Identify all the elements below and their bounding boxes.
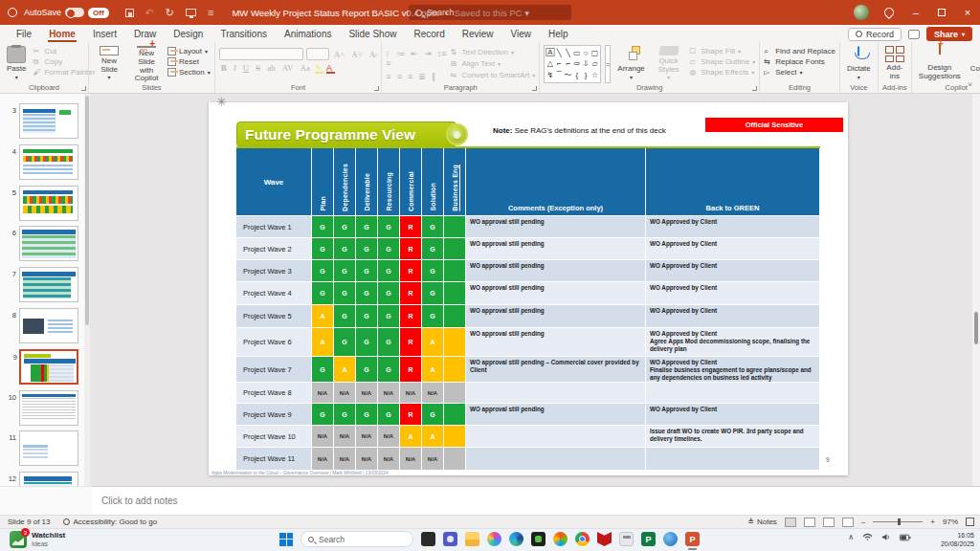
change-case-button[interactable]: Aa [299, 63, 313, 73]
status-cell-solution[interactable]: G [422, 282, 443, 304]
minimize-button[interactable]: – [909, 7, 923, 18]
quick-styles-button[interactable]: Quick Styles▾ [652, 45, 686, 82]
status-cell-deliverable[interactable]: G [356, 305, 377, 327]
status-cell-commercial[interactable]: A [400, 426, 421, 447]
status-cell-plan[interactable]: G [312, 216, 333, 237]
font-color-icon[interactable]: A [326, 63, 335, 73]
status-cell-commercial[interactable]: R [400, 328, 421, 356]
status-cell-plan[interactable]: A [312, 328, 333, 356]
slide-thumbnail-4[interactable]: 4 [19, 144, 78, 180]
status-cell-resourcing[interactable]: N/A [378, 448, 399, 470]
battery-icon[interactable] [900, 534, 911, 541]
shapes-gallery[interactable]: 🄰╲╲▭○▢ △⌐⌐⇨⇩▱ ↯⌒〜{}☆ [544, 45, 601, 83]
comments-cell[interactable]: WO approval still pending [466, 260, 645, 281]
calculator-icon[interactable] [619, 532, 634, 546]
taskview-icon[interactable] [421, 532, 435, 546]
copy-button[interactable]: ⧉Copy [33, 57, 95, 66]
notes-placeholder[interactable]: Click to add notes [101, 496, 178, 506]
status-cell-commercial[interactable]: R [400, 404, 421, 425]
smartart-button[interactable]: ⇋Convert to SmartArt▾ [450, 71, 535, 79]
redo-icon[interactable]: ↻ [166, 7, 174, 19]
qat-customize-icon[interactable]: ≡ [208, 7, 213, 18]
status-cell-dependencies[interactable]: N/A [334, 426, 355, 447]
status-cell-dependencies[interactable]: G [334, 216, 355, 237]
status-cell-plan[interactable]: G [312, 357, 333, 382]
slide-thumbnail-6[interactable]: 6 [19, 226, 78, 261]
status-cell-commercial[interactable]: N/A [400, 383, 421, 403]
status-cell-dependencies[interactable]: G [334, 404, 355, 425]
tab-home[interactable]: Home [40, 27, 84, 41]
wave-name-cell[interactable]: Project Wave 11 [236, 448, 311, 470]
status-cell-deliverable[interactable]: N/A [356, 448, 377, 470]
slide-canvas[interactable]: ✳ Future Programme View ◉ Note: See RAG'… [209, 102, 848, 475]
tab-animations[interactable]: Animations [276, 27, 340, 41]
status-cell-resourcing[interactable]: G [378, 238, 399, 259]
shape-star-icon[interactable]: ☆ [591, 71, 598, 79]
col-header-resourcing[interactable]: Resourcing [378, 148, 399, 215]
status-cell-business-eng[interactable] [444, 448, 465, 470]
rag-status-table[interactable]: WavePlanDependenciesDeliverableResourcin… [236, 146, 820, 470]
status-cell-business-eng[interactable] [444, 383, 465, 403]
status-cell-resourcing[interactable]: G [378, 357, 399, 382]
back-to-green-cell[interactable]: WO Approved by Client [646, 305, 819, 327]
section-button[interactable]: Section▾ [167, 68, 211, 77]
numbering-icon[interactable]: ≔ [397, 49, 406, 68]
back-to-green-cell[interactable]: WO Approved by Client Finalise business … [646, 357, 819, 382]
layout-button[interactable]: Layout▾ [167, 47, 211, 55]
status-cell-commercial[interactable]: R [400, 238, 421, 259]
col-header-commercial[interactable]: Commercial [400, 148, 421, 215]
autosave-toggle[interactable]: AutoSave Off [24, 8, 109, 18]
save-icon[interactable] [125, 9, 134, 17]
status-cell-business-eng[interactable] [444, 328, 465, 356]
taskbar-clock[interactable]: 16:05 20/08/2025 [941, 531, 974, 548]
slide-number-indicator[interactable]: Slide 9 of 13 [8, 518, 50, 526]
status-cell-solution[interactable]: A [422, 426, 443, 447]
increase-font-icon[interactable]: A˄ [332, 50, 347, 59]
comments-cell[interactable]: WO approval still pending [466, 404, 645, 425]
search-box[interactable]: Search [409, 5, 571, 20]
status-cell-solution[interactable]: G [422, 238, 443, 259]
status-cell-dependencies[interactable]: N/A [334, 383, 355, 403]
status-cell-dependencies[interactable]: N/A [334, 448, 355, 470]
back-to-green-cell[interactable] [646, 448, 819, 470]
shape-down-arrow-icon[interactable]: ⇩ [583, 59, 590, 68]
align-right-icon[interactable]: ≡ [408, 72, 412, 81]
status-cell-deliverable[interactable]: G [356, 404, 377, 425]
back-to-green-cell[interactable]: Issue draft WO to create WO PIR. 3rd par… [646, 426, 819, 447]
status-cell-plan[interactable]: G [312, 238, 333, 259]
status-cell-plan[interactable]: G [312, 404, 333, 425]
highlight-color-icon[interactable]: ✎ [315, 63, 323, 73]
arrange-button[interactable]: Arrange▾ [614, 45, 647, 82]
addins-button[interactable]: Add-ins [882, 45, 907, 82]
format-painter-button[interactable]: 🖌Format Painter [33, 68, 95, 77]
status-cell-resourcing[interactable]: G [378, 282, 399, 304]
copilot-button[interactable]: Copilot [968, 45, 980, 82]
back-to-green-cell[interactable]: WO Approved by Client [646, 216, 819, 237]
text-direction-button[interactable]: ⇅Text Direction▾ [450, 48, 535, 56]
status-cell-deliverable[interactable]: G [356, 357, 377, 382]
status-cell-business-eng[interactable] [444, 305, 465, 327]
shape-oval-icon[interactable]: ○ [584, 49, 589, 57]
zoom-in-icon[interactable]: + [930, 518, 935, 526]
shape-brace-right-icon[interactable]: } [585, 71, 588, 79]
comments-cell[interactable] [466, 448, 645, 470]
back-to-green-cell[interactable]: WO Approved by Client [646, 238, 819, 259]
slideshow-view-button[interactable] [842, 518, 854, 527]
shape-elbow-arrow-icon[interactable]: ⌐ [566, 59, 570, 68]
status-cell-dependencies[interactable]: A [334, 357, 355, 382]
slide-thumbnail-3[interactable]: 3 [19, 103, 78, 139]
tab-view[interactable]: View [502, 27, 541, 41]
back-to-green-cell[interactable]: WO Approved by Client Agree Apps Mod dec… [646, 328, 819, 356]
status-cell-business-eng[interactable] [444, 357, 465, 382]
tab-transitions[interactable]: Transitions [212, 27, 276, 41]
shape-parallelogram-icon[interactable]: ▱ [591, 59, 597, 68]
slide-thumbnail-10[interactable]: 10 [19, 390, 78, 426]
comments-cell[interactable] [466, 426, 645, 447]
microsoft365-icon[interactable] [553, 532, 568, 546]
italic-button[interactable]: I [232, 63, 238, 73]
wave-name-cell[interactable]: Project Wave 3 [236, 260, 311, 281]
restore-button[interactable] [938, 9, 946, 16]
status-cell-solution[interactable]: G [422, 216, 443, 237]
status-cell-solution[interactable]: G [422, 260, 443, 281]
teams-icon[interactable] [443, 532, 457, 546]
